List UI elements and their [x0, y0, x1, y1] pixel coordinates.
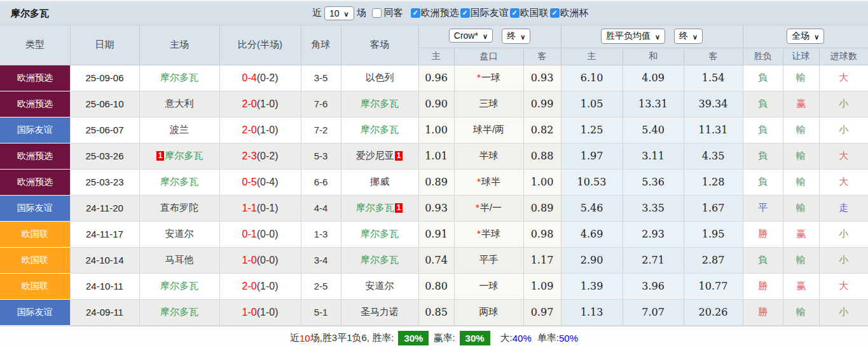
league-checkbox-3[interactable] — [550, 8, 560, 18]
home-team: 摩尔多瓦 — [139, 299, 219, 325]
summary-stats-text: 场,胜3平1负6, 胜率: — [310, 332, 394, 344]
away-team-name: 摩尔多瓦 — [356, 202, 394, 213]
match-row: 欧洲预选25-03-261摩尔多瓦2-3(0-2)5-3爱沙尼亚11.01半球0… — [0, 143, 868, 169]
avg-home-value: 1.05 — [581, 98, 603, 110]
home-team: 1摩尔多瓦 — [139, 143, 219, 169]
result-handicap: 輸 — [783, 65, 819, 91]
match-score: 1-0(1-0) — [219, 299, 301, 325]
avg-time-select[interactable]: 终 — [674, 29, 703, 44]
summary-recent-count: 10 — [300, 333, 310, 344]
avg-away-value: 2.87 — [702, 254, 725, 266]
avg-draw-value: 3.96 — [642, 280, 665, 292]
result-handicap-value: 輸 — [796, 124, 806, 135]
league-checkbox-0[interactable] — [411, 8, 420, 18]
half-time-score: (1-0) — [257, 307, 279, 318]
half-time-score: (1-0) — [257, 98, 279, 109]
home-odds-value: 0.89 — [425, 176, 448, 188]
handicap-line: *球半 — [454, 169, 523, 195]
handicap-line: 半球 — [454, 143, 523, 169]
col-header-corner: 角球 — [301, 25, 341, 65]
league-checkbox-1[interactable] — [460, 8, 470, 18]
home-team: 摩尔多瓦 — [139, 65, 219, 91]
avg-draw-odds: 5.36 — [623, 169, 684, 195]
league-type-badge: 欧洲预选 — [0, 169, 70, 195]
avg-away-value: 10.77 — [699, 280, 728, 292]
home-team: 安道尔 — [139, 221, 219, 247]
col-header-date: 日期 — [70, 25, 139, 65]
result-outcome-value: 勝 — [758, 228, 768, 239]
result-handicap: 輸 — [783, 169, 819, 195]
sub-header-odds-home: 主 — [418, 48, 454, 65]
avg-draw-value: 3.35 — [642, 202, 665, 214]
sub-header-avg-home: 主 — [561, 48, 623, 65]
avg-odds-select[interactable]: 胜平负均值 — [601, 29, 665, 44]
away-team: 摩尔多瓦 — [341, 221, 418, 247]
handicap-star: * — [477, 228, 481, 239]
sub-header-avg-draw: 和 — [623, 48, 684, 65]
home-odds: 0.90 — [418, 91, 454, 117]
result-outcome-value: 平 — [758, 202, 768, 213]
away-odds: 0.93 — [523, 65, 561, 91]
result-outcome-value: 勝 — [758, 306, 768, 317]
avg-home-value: 1.25 — [581, 124, 603, 136]
half-time-score: (0-2) — [257, 151, 279, 161]
away-odds-value: 0.97 — [531, 306, 554, 318]
avg-draw-odds: 7.07 — [623, 299, 684, 325]
away-odds-value: 0.88 — [531, 150, 554, 162]
chevron-down-icon — [520, 31, 525, 41]
half-time-score: (0-2) — [257, 72, 279, 83]
recent-label: 近 — [312, 7, 322, 19]
league-type-badge: 欧洲预选 — [0, 65, 70, 91]
league-checkbox-2[interactable] — [510, 8, 520, 18]
league-type-label: 欧洲预选 — [17, 72, 53, 83]
home-odds: 0.74 — [418, 247, 454, 273]
match-date: 25-03-23 — [70, 169, 139, 195]
single-rate-label: 单率: — [537, 332, 559, 344]
away-team: 摩尔多瓦1 — [341, 195, 418, 221]
away-odds-value: 0.82 — [531, 124, 554, 136]
home-team: 摩尔多瓦 — [139, 169, 219, 195]
match-date-value: 25-06-10 — [85, 98, 123, 109]
league-type-label: 国际友谊 — [17, 124, 53, 135]
odds-company-select[interactable]: Crow* — [449, 29, 493, 43]
full-time-score: 2-3 — [242, 151, 257, 161]
corner-value: 2-5 — [314, 281, 328, 291]
odds-time-select[interactable]: 终 — [502, 29, 530, 44]
avg-home-value: 1.97 — [581, 150, 603, 162]
away-team: 圣马力诺 — [341, 299, 418, 325]
result-goals-value: 大 — [839, 176, 848, 187]
corner-value: 6-6 — [314, 177, 328, 187]
avg-draw-value: 2.93 — [642, 228, 665, 240]
away-odds-value: 0.89 — [531, 202, 554, 214]
result-goals: 小 — [819, 117, 868, 143]
league-type-badge: 欧洲预选 — [0, 143, 70, 169]
scope-select[interactable]: 全场 — [787, 29, 824, 44]
result-outcome: 負 — [743, 117, 783, 143]
avg-away-value: 1.95 — [702, 228, 725, 240]
match-date: 25-06-07 — [70, 117, 139, 143]
same-away-checkbox[interactable] — [372, 8, 382, 18]
home-team: 马耳他 — [139, 247, 219, 273]
chevron-down-icon — [344, 8, 349, 18]
away-odds-value: 0.99 — [531, 98, 554, 110]
result-outcome-value: 負 — [758, 124, 768, 135]
match-date: 24-10-11 — [70, 273, 139, 299]
avg-away-odds: 1.28 — [684, 169, 743, 195]
home-odds-value: 1.00 — [425, 124, 448, 136]
chevron-down-icon — [655, 31, 660, 41]
away-odds-value: 1.09 — [531, 280, 554, 292]
result-handicap-value: 赢 — [796, 98, 806, 109]
avg-away-odds: 1.54 — [684, 65, 743, 91]
match-count-select[interactable]: 10 — [324, 6, 354, 20]
handicap-line: 两球 — [454, 299, 523, 325]
match-row: 欧国联24-10-14马耳他1-0(0-0)3-4摩尔多瓦0.74平手1.172… — [0, 247, 868, 273]
win-rate-badge: 30% — [398, 331, 429, 345]
league-type-label: 国际友谊 — [17, 307, 53, 317]
result-handicap-value: 輸 — [796, 202, 806, 213]
home-team: 直布罗陀 — [139, 195, 219, 221]
away-team-name: 摩尔多瓦 — [361, 124, 399, 135]
chevron-down-icon — [814, 31, 819, 41]
result-outcome: 勝 — [743, 299, 783, 325]
match-row: 国际友谊25-06-07波兰2-0(1-0)7-2摩尔多瓦1.00球半/两0.8… — [0, 117, 868, 143]
avg-draw-odds: 3.11 — [623, 143, 684, 169]
